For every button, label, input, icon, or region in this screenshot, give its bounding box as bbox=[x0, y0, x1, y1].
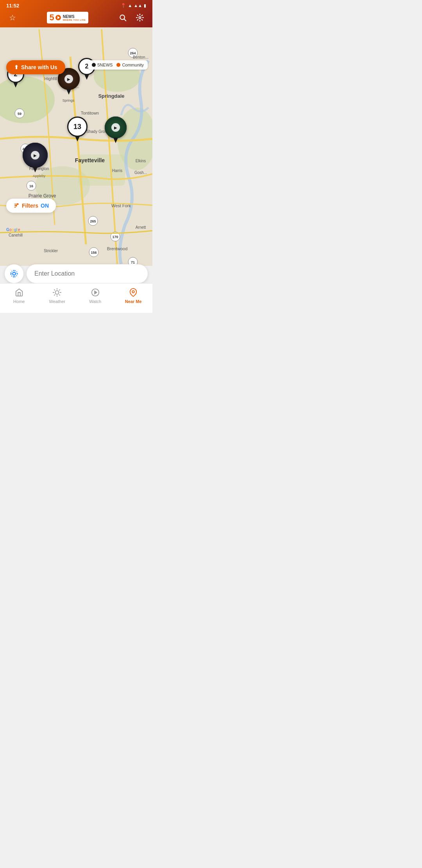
gps-icon bbox=[10, 269, 18, 278]
svg-text:Harris: Harris bbox=[112, 169, 123, 173]
svg-line-67 bbox=[54, 295, 55, 295]
nav-item-weather[interactable]: Weather bbox=[38, 287, 77, 305]
play-icon: ▶ bbox=[64, 75, 73, 83]
filters-label: Filters bbox=[22, 203, 38, 209]
legend-community: Community bbox=[116, 63, 144, 67]
map-pin-video-prairie-grove[interactable]: ▶ bbox=[23, 143, 48, 168]
nav-label-weather: Weather bbox=[49, 299, 65, 304]
svg-line-68 bbox=[59, 290, 60, 290]
nav-item-near-me[interactable]: Near Me bbox=[114, 287, 153, 305]
svg-text:Springs: Springs bbox=[63, 99, 75, 102]
map-container[interactable]: 59 412 16 265 156 170 264 Highfill Bento… bbox=[0, 27, 152, 266]
upload-icon: ⬆ bbox=[14, 64, 19, 70]
search-button[interactable] bbox=[116, 11, 129, 24]
svg-point-59 bbox=[11, 271, 18, 277]
svg-text:170: 170 bbox=[112, 235, 118, 239]
svg-text:Strickler: Strickler bbox=[44, 249, 58, 253]
app-logo: 5 NEWS WHERE YOU LIVE bbox=[47, 12, 88, 23]
svg-text:g: g bbox=[14, 228, 16, 232]
legend-dot-5news bbox=[92, 63, 96, 67]
svg-line-3 bbox=[124, 19, 126, 21]
filters-status: ON bbox=[41, 203, 49, 209]
svg-point-57 bbox=[16, 205, 17, 206]
video-thumbnail-2: ▶ bbox=[105, 117, 127, 138]
svg-text:Benton...: Benton... bbox=[133, 55, 148, 59]
gps-button[interactable] bbox=[5, 264, 23, 283]
svg-text:e: e bbox=[18, 228, 20, 232]
status-icons: 📍 ▲ ▲▲ ▮ bbox=[121, 3, 146, 8]
svg-line-63 bbox=[54, 290, 55, 290]
svg-point-71 bbox=[132, 291, 135, 293]
star-icon: ☆ bbox=[9, 13, 16, 22]
svg-text:Brentwood: Brentwood bbox=[107, 246, 128, 251]
nav-item-home[interactable]: Home bbox=[0, 287, 38, 305]
svg-point-58 bbox=[13, 272, 15, 275]
svg-text:Prairie Grove: Prairie Grove bbox=[29, 193, 56, 199]
settings-button[interactable] bbox=[134, 11, 146, 24]
cluster-count-13: 13 bbox=[67, 117, 88, 137]
svg-text:16: 16 bbox=[29, 184, 33, 188]
svg-text:Gosh...: Gosh... bbox=[134, 170, 147, 175]
svg-text:156: 156 bbox=[91, 251, 97, 255]
svg-text:Canehill: Canehill bbox=[9, 233, 23, 237]
watch-icon bbox=[91, 288, 100, 298]
near-me-icon bbox=[129, 288, 138, 298]
logo-number: 5 bbox=[49, 13, 54, 23]
home-icon bbox=[15, 288, 23, 298]
logo-news-text: NEWS bbox=[63, 14, 86, 19]
legend-dot-community bbox=[116, 63, 120, 67]
status-bar: 11:52 📍 ▲ ▲▲ ▮ bbox=[0, 0, 152, 11]
share-with-us-button[interactable]: ⬆ Share with Us bbox=[6, 60, 65, 74]
svg-text:59: 59 bbox=[18, 112, 21, 116]
weather-icon bbox=[53, 288, 61, 298]
svg-text:Elkins: Elkins bbox=[136, 159, 146, 163]
filter-icon bbox=[13, 203, 20, 209]
svg-text:265: 265 bbox=[90, 219, 96, 223]
wifi-icon: ▲ bbox=[128, 3, 132, 8]
battery-icon: ▮ bbox=[144, 3, 146, 8]
svg-text:Fayetteville: Fayetteville bbox=[75, 157, 105, 163]
signal-icon: ▲▲ bbox=[134, 3, 142, 8]
google-logo: G o o g l e bbox=[6, 227, 22, 233]
svg-point-4 bbox=[139, 17, 141, 19]
favorite-button[interactable]: ☆ bbox=[6, 11, 19, 24]
svg-text:264: 264 bbox=[130, 51, 136, 55]
logo-tagline-text: WHERE YOU LIVE bbox=[63, 19, 86, 21]
location-bar bbox=[0, 264, 152, 283]
svg-marker-70 bbox=[95, 291, 97, 294]
svg-text:Tontitown: Tontitown bbox=[81, 111, 99, 115]
svg-point-60 bbox=[55, 291, 59, 294]
share-button-label: Share with Us bbox=[21, 64, 57, 70]
svg-line-64 bbox=[59, 295, 60, 295]
location-icon: 📍 bbox=[121, 3, 126, 8]
svg-text:Springdale: Springdale bbox=[98, 93, 124, 99]
map-pin-cluster-fayetteville[interactable]: 13 bbox=[67, 117, 88, 137]
svg-text:Appleby: Appleby bbox=[33, 174, 46, 178]
video-thumbnail-3: ▶ bbox=[23, 143, 48, 168]
logo-graphic bbox=[55, 14, 61, 21]
filters-button[interactable]: Filters ON bbox=[6, 199, 56, 213]
map-pin-video-fayetteville-east[interactable]: ▶ bbox=[105, 117, 127, 138]
legend-5news-label: 5NEWS bbox=[97, 63, 113, 67]
svg-text:Highfill: Highfill bbox=[44, 76, 57, 81]
svg-text:G: G bbox=[6, 228, 9, 232]
play-icon-3: ▶ bbox=[31, 151, 39, 160]
status-time: 11:52 bbox=[6, 3, 19, 9]
play-icon-2: ▶ bbox=[111, 123, 120, 132]
nav-item-watch[interactable]: Watch bbox=[76, 287, 114, 305]
bottom-navigation: Home Weather Watch bbox=[0, 283, 152, 313]
svg-text:Arnett: Arnett bbox=[136, 225, 146, 230]
svg-text:l: l bbox=[16, 228, 17, 232]
legend-community-label: Community bbox=[122, 63, 144, 67]
legend-5news: 5NEWS bbox=[92, 63, 113, 67]
nav-label-watch: Watch bbox=[89, 299, 101, 304]
svg-text:71: 71 bbox=[131, 260, 135, 264]
nav-label-home: Home bbox=[13, 299, 25, 304]
location-input[interactable] bbox=[27, 264, 148, 283]
svg-point-56 bbox=[17, 204, 18, 205]
map-legend: 5NEWS Community bbox=[88, 60, 148, 70]
header-actions bbox=[116, 11, 146, 24]
nav-label-near-me: Near Me bbox=[125, 299, 142, 304]
